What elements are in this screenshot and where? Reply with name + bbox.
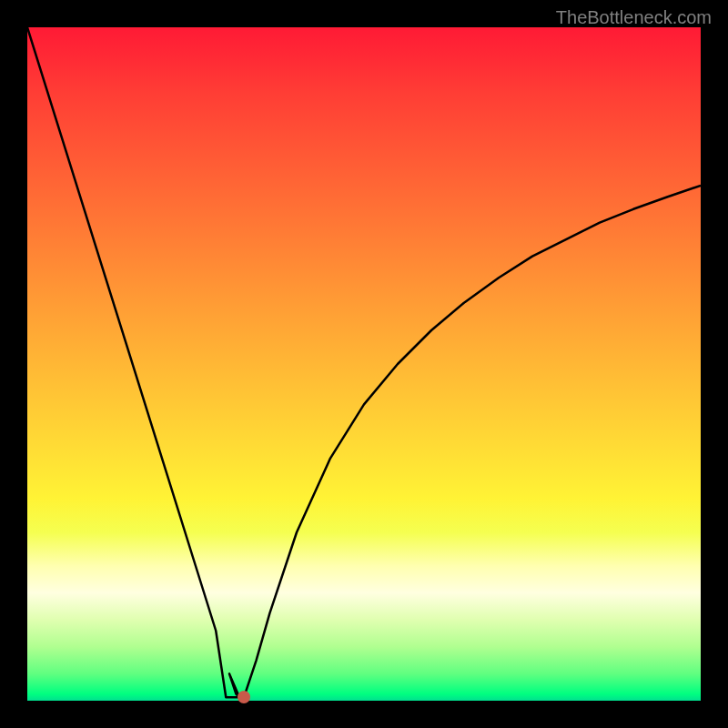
chart-plot-area <box>27 27 701 701</box>
bottleneck-curve-line <box>27 27 701 701</box>
chart-curve-svg <box>27 27 701 701</box>
watermark-text: TheBottleneck.com <box>556 7 712 28</box>
optimal-point-marker <box>238 691 250 703</box>
